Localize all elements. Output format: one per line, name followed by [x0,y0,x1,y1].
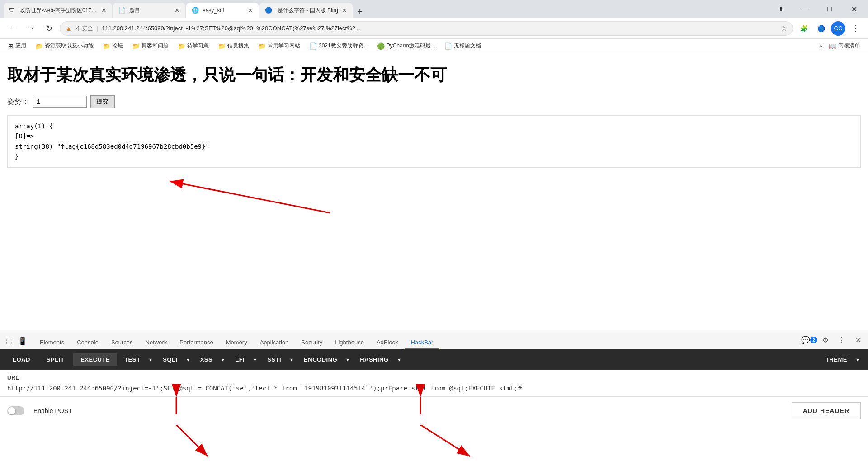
reload-button[interactable]: ↻ [42,21,56,36]
devtools-cursor-icon[interactable]: ⬚ [4,335,14,346]
tab-lighthouse[interactable]: Lighthouse [329,336,370,349]
minimize-button[interactable]: ─ [795,2,816,16]
hackbar-url-input[interactable] [7,383,861,394]
bookmark-9[interactable]: 📄 无标题文档 [442,41,484,51]
tab-security[interactable]: Security [295,336,329,349]
hackbar-ssti-dropdown: SSTI ▾ [262,353,297,366]
tab-elements[interactable]: Elements [33,336,71,349]
hackbar-xss-arrow[interactable]: ▾ [218,354,228,366]
devtools-more-icon[interactable]: ⋮ [835,334,848,346]
devtools-close-icon[interactable]: ✕ [852,334,864,346]
tabs-container: 🛡 攻防世界-web-高手进阶区017-... ✕ 📄 题目 ✕ 🌐 easy_… [4,0,765,18]
bing-icon[interactable]: 🔵 [814,21,828,36]
reading-list-label: 阅读清单 [838,42,860,50]
hackbar-sqli-btn[interactable]: SQLI [157,353,183,366]
bookmark-star-icon[interactable]: ☆ [781,24,787,33]
enable-post-label: Enable POST [33,407,72,414]
settings-icon[interactable]: ⋮ [848,21,863,36]
devtools-chat-icon[interactable]: 💬 2 [803,334,816,346]
tab-0-close[interactable]: ✕ [101,7,107,14]
hackbar-lfi-arrow[interactable]: ▾ [250,354,260,366]
back-button[interactable]: ← [5,21,20,36]
form-submit-button[interactable]: 提交 [90,95,115,108]
devtools-mobile-icon[interactable]: 📱 [17,335,28,346]
hackbar-execute-btn[interactable]: EXECUTE [73,353,117,366]
form-label: 姿势： [7,97,29,107]
profile-icon[interactable]: ⬇ [770,2,791,16]
hackbar-ssti-arrow[interactable]: ▾ [287,354,297,366]
bookmark-5-label: 信息搜集 [227,42,249,50]
tab-0-label: 攻防世界-web-高手进阶区017-... [20,7,98,14]
window-controls: ⬇ ─ □ ✕ [767,2,864,16]
bookmark-4[interactable]: 📁 待学习急 [175,41,212,51]
add-header-button[interactable]: ADD HEADER [792,402,861,419]
bookmark-3[interactable]: 📁 博客和问题 [129,41,171,51]
form-input[interactable] [33,96,87,108]
hackbar-test-arrow[interactable]: ▾ [146,354,156,366]
bookmark-5[interactable]: 📁 信息搜集 [215,41,252,51]
tab-1-label: 题目 [129,7,171,14]
url-display: 111.200.241.244:65090/?inject=-1%27;SET%… [102,25,777,32]
bookmark-7[interactable]: 📄 2021教父赞助群资... [307,41,371,51]
hackbar-theme-btn[interactable]: THEME [820,353,853,366]
tab-memory[interactable]: Memory [220,336,254,349]
tab-adblock[interactable]: AdBlock [370,336,405,349]
tab-performance[interactable]: Performance [173,336,219,349]
tab-sources[interactable]: Sources [105,336,139,349]
profile-avatar[interactable]: CC [831,21,845,36]
bookmarks-bar: ⊞ 应用 📁 资源获取以及小功能 📁 论坛 📁 博客和问题 📁 待学习急 📁 信… [0,39,868,53]
hackbar-theme-arrow[interactable]: ▾ [853,354,863,366]
hackbar-hashing-btn[interactable]: HASHING [354,353,394,366]
hackbar-encoding-dropdown: ENCODING ▾ [298,353,353,366]
bookmark-1[interactable]: 📁 资源获取以及小功能 [33,41,96,51]
tab-1[interactable]: 📄 题目 ✕ [113,3,185,18]
tab-2[interactable]: 🌐 easy_sql ✕ [186,3,259,18]
bookmark-6[interactable]: 📁 常用学习网站 [255,41,303,51]
hackbar-encoding-btn[interactable]: ENCODING [298,353,343,366]
svg-line-9 [420,425,470,456]
tab-hackbar[interactable]: HackBar [405,336,440,349]
output-line-3: } [15,151,853,161]
output-box: array(1) { [0]=> string(38) "flag{c168d5… [7,115,861,168]
hackbar-lfi-btn[interactable]: LFI [230,353,250,366]
hackbar-theme-dropdown: THEME ▾ [820,353,863,366]
hackbar-load-btn[interactable]: LOAD [5,353,38,366]
hackbar-hashing-arrow[interactable]: ▾ [394,354,404,366]
hackbar-xss-btn[interactable]: XSS [195,353,218,366]
devtools-panel: ⬚ 📱 Elements Console Sources Network Per… [0,330,868,461]
forward-button[interactable]: → [24,21,38,36]
enable-post-toggle[interactable] [7,406,24,415]
tab-1-close[interactable]: ✕ [175,7,180,14]
bookmark-apps[interactable]: ⊞ 应用 [5,41,29,51]
tab-0[interactable]: 🛡 攻防世界-web-高手进阶区017-... ✕ [4,3,112,18]
output-line-2: string(38) "flag{c168d583ed0d4d7196967b2… [15,141,853,151]
tab-3-close[interactable]: ✕ [342,7,347,14]
close-button[interactable]: ✕ [844,2,864,16]
tab-network[interactable]: Network [139,336,174,349]
form-row: 姿势： 提交 [7,95,861,108]
new-tab-button[interactable]: + [354,5,366,18]
bookmark-2[interactable]: 📁 论坛 [100,41,126,51]
reading-list-btn[interactable]: 📖 阅读清单 [826,41,863,51]
tab-application[interactable]: Application [254,336,295,349]
output-line-0: array(1) { [15,121,853,131]
maximize-button[interactable]: □ [819,2,840,16]
hackbar-split-btn[interactable]: SPLIT [39,353,71,366]
hackbar-test-btn[interactable]: TEST [119,353,146,366]
bookmark-8[interactable]: 🟢 PyCharm激活码最... [374,41,438,51]
hackbar-url-label: URL [7,375,861,381]
tab-3-label: `是什么字符 - 国内版 Bing [276,7,338,14]
tab-console[interactable]: Console [71,336,105,349]
extensions-icon[interactable]: 🧩 [797,21,811,36]
tab-2-close[interactable]: ✕ [248,7,253,14]
nav-bar: ← → ↻ ▲ 不安全 | 111.200.241.244:65090/?inj… [0,18,868,39]
hackbar-encoding-arrow[interactable]: ▾ [343,354,353,366]
devtools-settings-icon[interactable]: ⚙ [819,334,832,346]
hackbar-sqli-arrow[interactable]: ▾ [183,354,193,366]
tab-2-label: easy_sql [203,7,244,14]
bookmark-4-label: 待学习急 [187,42,209,50]
address-bar[interactable]: ▲ 不安全 | 111.200.241.244:65090/?inject=-1… [60,21,793,36]
tab-3[interactable]: 🔵 `是什么字符 - 国内版 Bing ✕ [259,3,353,18]
hackbar-ssti-btn[interactable]: SSTI [262,353,287,366]
browser-frame: 🛡 攻防世界-web-高手进阶区017-... ✕ 📄 题目 ✕ 🌐 easy_… [0,0,868,461]
